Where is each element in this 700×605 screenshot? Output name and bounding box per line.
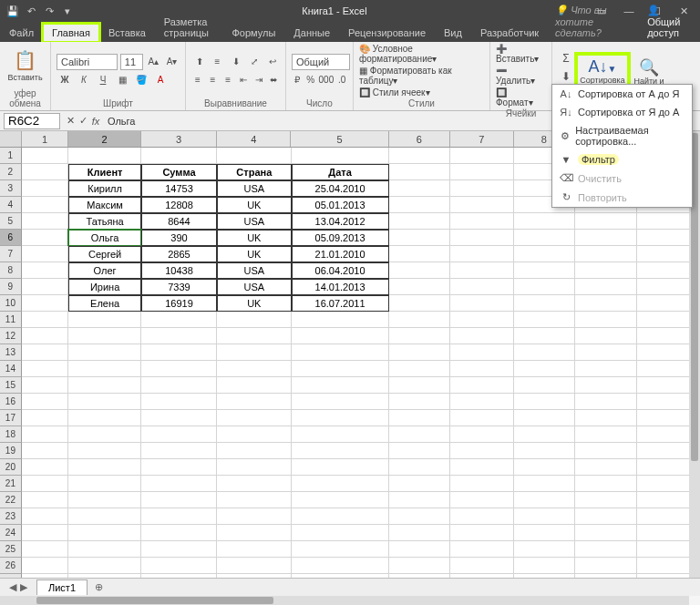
italic-icon[interactable]: К bbox=[76, 72, 92, 88]
cell-r5c8[interactable] bbox=[514, 213, 575, 230]
row-header-16[interactable]: 16 bbox=[0, 394, 22, 410]
cell-r20c1[interactable] bbox=[22, 459, 69, 476]
tab-home[interactable]: Главная bbox=[43, 24, 99, 42]
cell-r17c3[interactable] bbox=[141, 410, 217, 426]
name-box[interactable] bbox=[4, 113, 60, 129]
cell-r12c6[interactable] bbox=[389, 328, 450, 344]
cell-r15c7[interactable] bbox=[450, 377, 513, 394]
border-icon[interactable]: ▦ bbox=[114, 72, 130, 88]
cell-r11c2[interactable] bbox=[68, 312, 140, 328]
cell-r9c3[interactable]: 7339 bbox=[141, 279, 217, 295]
cell-r20c7[interactable] bbox=[450, 459, 513, 476]
horizontal-scrollbar[interactable] bbox=[0, 596, 689, 605]
cell-r8c6[interactable] bbox=[389, 262, 450, 279]
row-header-21[interactable]: 21 bbox=[0, 476, 22, 492]
redo-icon[interactable]: ↷ bbox=[42, 4, 57, 18]
fill-color-icon[interactable]: 🪣 bbox=[133, 72, 149, 88]
font-size-combo[interactable]: 11 bbox=[120, 54, 143, 70]
cell-r19c3[interactable] bbox=[141, 443, 217, 459]
cell-r11c3[interactable] bbox=[141, 312, 217, 328]
cell-r21c2[interactable] bbox=[68, 476, 140, 492]
row-header-1[interactable]: 1 bbox=[0, 148, 22, 164]
cell-r1c7[interactable] bbox=[450, 148, 513, 164]
cell-r24c5[interactable] bbox=[292, 525, 389, 541]
cell-r22c5[interactable] bbox=[292, 492, 389, 508]
number-format-combo[interactable]: Общий bbox=[292, 54, 350, 70]
cell-r23c7[interactable] bbox=[450, 508, 513, 525]
row-header-6[interactable]: 6 bbox=[0, 230, 22, 246]
cell-r25c6[interactable] bbox=[389, 541, 450, 558]
cell-r25c8[interactable] bbox=[514, 541, 575, 558]
cell-r15c8[interactable] bbox=[514, 377, 575, 394]
cell-r13c6[interactable] bbox=[389, 344, 450, 361]
percent-icon[interactable]: % bbox=[305, 72, 316, 88]
cell-r1c4[interactable] bbox=[217, 148, 291, 164]
cell-r19c7[interactable] bbox=[450, 443, 513, 459]
align-right-icon[interactable]: ≡ bbox=[221, 72, 234, 88]
cell-r3c2[interactable]: Кирилл bbox=[68, 180, 140, 197]
cell-r20c4[interactable] bbox=[217, 459, 291, 476]
cell-r25c3[interactable] bbox=[141, 541, 217, 558]
cell-r21c3[interactable] bbox=[141, 476, 217, 492]
select-all-corner[interactable] bbox=[0, 131, 22, 147]
tab-layout[interactable]: Разметка страницы bbox=[155, 13, 223, 42]
row-header-24[interactable]: 24 bbox=[0, 525, 22, 541]
cell-r14c5[interactable] bbox=[292, 361, 389, 377]
cell-r13c9[interactable] bbox=[575, 344, 636, 361]
cell-r20c5[interactable] bbox=[292, 459, 389, 476]
cell-r20c9[interactable] bbox=[575, 459, 636, 476]
cell-r1c5[interactable] bbox=[292, 148, 389, 164]
cell-r2c4[interactable]: Страна bbox=[217, 164, 291, 180]
cell-r5c3[interactable]: 8644 bbox=[141, 213, 217, 230]
cell-r26c6[interactable] bbox=[389, 558, 450, 574]
cell-r4c5[interactable]: 05.01.2013 bbox=[292, 197, 389, 213]
cell-r5c5[interactable]: 13.04.2012 bbox=[292, 213, 389, 230]
align-center-icon[interactable]: ≡ bbox=[207, 72, 220, 88]
cell-r7c6[interactable] bbox=[389, 246, 450, 262]
col-header-6[interactable]: 6 bbox=[389, 131, 450, 147]
cell-r22c8[interactable] bbox=[514, 492, 575, 508]
cell-r21c5[interactable] bbox=[292, 476, 389, 492]
cell-r23c4[interactable] bbox=[217, 508, 291, 525]
cell-r23c6[interactable] bbox=[389, 508, 450, 525]
cell-r12c4[interactable] bbox=[217, 328, 291, 344]
row-header-22[interactable]: 22 bbox=[0, 492, 22, 508]
cell-r12c7[interactable] bbox=[450, 328, 513, 344]
cell-r2c1[interactable] bbox=[22, 164, 69, 180]
row-header-12[interactable]: 12 bbox=[0, 328, 22, 344]
save-icon[interactable]: 💾 bbox=[5, 4, 20, 18]
cell-r16c6[interactable] bbox=[389, 394, 450, 410]
cell-r22c3[interactable] bbox=[141, 492, 217, 508]
row-header-9[interactable]: 9 bbox=[0, 279, 22, 295]
cell-r9c5[interactable]: 14.01.2013 bbox=[292, 279, 389, 295]
cell-r13c3[interactable] bbox=[141, 344, 217, 361]
cell-r9c1[interactable] bbox=[22, 279, 69, 295]
merge-icon[interactable]: ⬌ bbox=[267, 72, 280, 88]
cell-r7c8[interactable] bbox=[514, 246, 575, 262]
cell-r16c4[interactable] bbox=[217, 394, 291, 410]
cell-r10c7[interactable] bbox=[450, 295, 513, 312]
cell-r16c8[interactable] bbox=[514, 394, 575, 410]
cell-r13c4[interactable] bbox=[217, 344, 291, 361]
row-header-2[interactable]: 2 bbox=[0, 164, 22, 180]
cell-r13c5[interactable] bbox=[292, 344, 389, 361]
cell-r19c6[interactable] bbox=[389, 443, 450, 459]
delete-cells-button[interactable]: ➖ Удалить▾ bbox=[496, 66, 546, 86]
cell-r23c8[interactable] bbox=[514, 508, 575, 525]
font-color-icon[interactable]: A bbox=[152, 72, 169, 88]
col-header-4[interactable]: 4 bbox=[217, 131, 291, 147]
cell-r26c3[interactable] bbox=[141, 558, 217, 574]
align-middle-icon[interactable]: ≡ bbox=[210, 54, 225, 70]
undo-icon[interactable]: ↶ bbox=[24, 4, 38, 18]
cell-r6c2[interactable]: Ольга bbox=[68, 230, 140, 246]
row-header-11[interactable]: 11 bbox=[0, 312, 22, 328]
currency-icon[interactable]: ₽ bbox=[292, 72, 303, 88]
cell-r10c5[interactable]: 16.07.2011 bbox=[292, 295, 389, 312]
cell-r20c2[interactable] bbox=[68, 459, 140, 476]
cell-r13c8[interactable] bbox=[514, 344, 575, 361]
cell-r13c1[interactable] bbox=[22, 344, 69, 361]
cell-r7c9[interactable] bbox=[575, 246, 636, 262]
cell-r2c3[interactable]: Сумма bbox=[141, 164, 217, 180]
orientation-icon[interactable]: ⤢ bbox=[246, 54, 262, 70]
format-as-table-button[interactable]: ▦ Форматировать как таблицу▾ bbox=[359, 66, 484, 86]
